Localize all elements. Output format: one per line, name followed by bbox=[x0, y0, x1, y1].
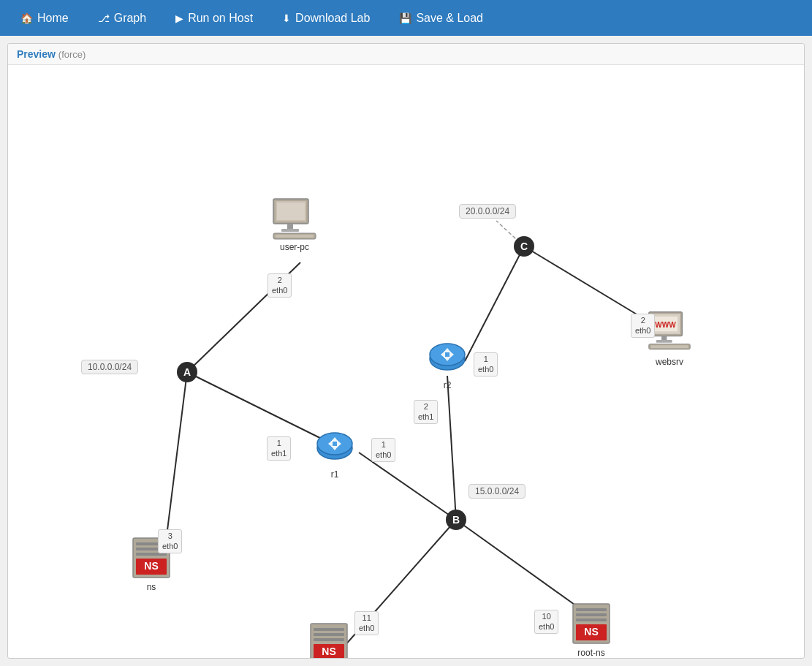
iface-r1-eth1: 1eth1 bbox=[267, 436, 291, 461]
nav-download-lab[interactable]: ⬇ Download Lab bbox=[269, 7, 383, 29]
svg-text:WWW: WWW bbox=[655, 321, 676, 329]
svg-rect-14 bbox=[281, 229, 299, 232]
subnet-15-label: 15.0.0.0/24 bbox=[468, 484, 525, 499]
preview-panel: Preview (force) bbox=[7, 43, 805, 659]
save-icon: 💾 bbox=[399, 12, 411, 24]
node-b[interactable]: B bbox=[446, 510, 466, 530]
iface-r1-eth0: 1eth0 bbox=[371, 438, 395, 462]
svg-point-18 bbox=[317, 433, 352, 455]
nav-home[interactable]: 🏠 Home bbox=[7, 7, 82, 29]
graph-canvas: 10.0.0.0/24 20.0.0.0/24 15.0.0.0/24 A B … bbox=[8, 69, 804, 658]
root-ns-label: root-ns bbox=[577, 648, 604, 658]
svg-text:NS: NS bbox=[584, 626, 598, 637]
subnet-15: 15.0.0.0/24 bbox=[468, 484, 525, 499]
svg-rect-38 bbox=[314, 638, 344, 641]
subnet-20-label: 20.0.0.0/24 bbox=[459, 204, 516, 219]
graph-icon: ⎇ bbox=[98, 12, 110, 24]
svg-rect-52 bbox=[661, 336, 667, 341]
iface-root-ns-eth0: 10eth0 bbox=[534, 610, 558, 634]
svg-rect-55 bbox=[650, 345, 688, 348]
iface-user-pc-eth0: 2eth0 bbox=[267, 273, 292, 298]
svg-line-1 bbox=[187, 372, 335, 445]
svg-rect-12 bbox=[277, 203, 305, 220]
node-c-circle[interactable]: C bbox=[514, 236, 534, 257]
websrv-label: websrv bbox=[656, 357, 683, 367]
iface-websrv-eth0: 2eth0 bbox=[631, 314, 655, 338]
device-r2[interactable]: r2 bbox=[428, 339, 467, 390]
nav-run-on-host[interactable]: ▶ Run on Host bbox=[162, 7, 266, 29]
node-a[interactable]: A bbox=[177, 362, 197, 382]
download-icon: ⬇ bbox=[282, 12, 291, 24]
navbar: 🏠 Home ⎇ Graph ▶ Run on Host ⬇ Download … bbox=[0, 0, 812, 36]
svg-line-4 bbox=[447, 376, 456, 520]
device-root-ns[interactable]: NS root-ns bbox=[570, 601, 612, 658]
svg-line-5 bbox=[465, 246, 524, 361]
nav-save-load[interactable]: 💾 Save & Load bbox=[386, 7, 496, 29]
r2-icon bbox=[428, 339, 467, 379]
home-icon: 🏠 bbox=[20, 12, 33, 24]
node-a-circle[interactable]: A bbox=[177, 362, 197, 382]
svg-rect-37 bbox=[314, 633, 344, 636]
svg-rect-42 bbox=[576, 608, 607, 611]
device-srv-ns[interactable]: NS srv-ns bbox=[308, 621, 350, 659]
svg-line-2 bbox=[165, 372, 187, 548]
iface-ns-eth0: 3eth0 bbox=[158, 529, 182, 553]
iface-r2-eth1: 2eth1 bbox=[414, 400, 438, 424]
device-r1[interactable]: r1 bbox=[315, 428, 354, 480]
svg-rect-13 bbox=[287, 224, 293, 230]
device-user-pc[interactable]: user-pc bbox=[270, 197, 319, 252]
ns-label: ns bbox=[147, 582, 156, 592]
r2-label: r2 bbox=[444, 380, 452, 390]
svg-rect-53 bbox=[656, 340, 672, 343]
root-ns-icon: NS bbox=[570, 601, 612, 646]
node-c[interactable]: C bbox=[514, 236, 534, 257]
preview-header: Preview (force) bbox=[8, 44, 804, 65]
svg-rect-43 bbox=[576, 613, 607, 616]
run-icon: ▶ bbox=[175, 12, 183, 24]
iface-srv-ns-eth0: 11eth0 bbox=[354, 611, 379, 635]
pc-icon bbox=[270, 197, 319, 241]
subnet-10-label: 10.0.0.0/24 bbox=[81, 360, 138, 374]
preview-subtitle: (force) bbox=[58, 49, 86, 60]
svg-point-24 bbox=[430, 344, 465, 366]
srv-ns-icon: NS bbox=[308, 621, 350, 659]
r1-label: r1 bbox=[331, 469, 339, 480]
svg-rect-32 bbox=[136, 553, 167, 556]
node-b-circle[interactable]: B bbox=[446, 510, 466, 530]
svg-text:NS: NS bbox=[144, 560, 158, 572]
subnet-20: 20.0.0.0/24 bbox=[459, 204, 516, 219]
svg-text:NS: NS bbox=[322, 646, 335, 657]
user-pc-label: user-pc bbox=[280, 242, 309, 252]
iface-r2-eth0: 1eth0 bbox=[474, 352, 498, 376]
preview-title: Preview bbox=[17, 48, 56, 60]
svg-rect-36 bbox=[314, 628, 344, 631]
nav-graph[interactable]: ⎇ Graph bbox=[85, 7, 159, 29]
svg-rect-44 bbox=[576, 618, 607, 621]
r1-icon bbox=[315, 428, 354, 468]
subnet-10: 10.0.0.0/24 bbox=[81, 360, 138, 374]
svg-line-3 bbox=[359, 453, 456, 520]
svg-rect-16 bbox=[276, 235, 314, 238]
